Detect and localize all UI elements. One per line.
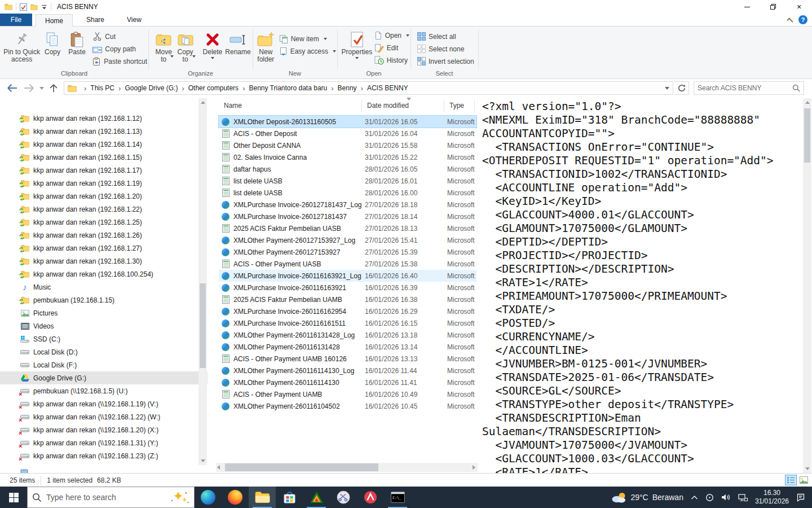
file-row[interactable]: 02. Sales Invoice Canna 31/01/2026 15.22… — [219, 151, 476, 163]
sidebar-item[interactable]: Local Disk (F:) — [0, 358, 208, 371]
up-button[interactable] — [49, 84, 58, 93]
taskbar-app-app-pale[interactable] — [330, 487, 357, 508]
search-box[interactable] — [694, 81, 804, 95]
back-button[interactable] — [7, 83, 18, 93]
breadcrumb-item[interactable]: Benny Triantoro data baru — [249, 84, 327, 92]
large-icons-view-button[interactable] — [798, 475, 810, 485]
taskbar-app-app-red[interactable] — [357, 487, 384, 508]
breadcrumb-item[interactable]: Other computers — [188, 84, 239, 92]
refresh-button[interactable] — [674, 81, 689, 95]
paste-shortcut-button[interactable]: Paste shortcut — [92, 56, 147, 66]
start-button[interactable] — [0, 487, 27, 508]
show-hidden-icons-icon[interactable] — [691, 495, 698, 500]
file-row[interactable]: 2025 ACIS Faktur Pembelian UASB 27/01/20… — [219, 222, 476, 234]
recent-locations-icon[interactable] — [39, 87, 44, 90]
copy-to-button[interactable]: Copy to — [174, 29, 196, 59]
scroll-down-arrow[interactable] — [803, 465, 811, 473]
sidebar-item-partial[interactable] — [20, 469, 28, 473]
sidebar-item[interactable]: × kkp anwar dan rekan (\\192.168.1.20) (… — [0, 423, 208, 436]
properties-quick-icon[interactable] — [20, 3, 27, 11]
tab-home[interactable]: Home — [36, 14, 73, 27]
file-row[interactable]: XMLPurchase Invoice-260116163921 16/01/2… — [219, 282, 476, 294]
sidebar-item[interactable]: kkp anwar dan rekan (192.168.1.25) — [0, 216, 208, 229]
copy-path-button[interactable]: Copy path — [92, 44, 147, 54]
help-icon[interactable]: ? — [798, 15, 807, 24]
sidebar-item[interactable]: kkp anwar dan rekan (192.168.1.15) — [0, 151, 208, 164]
file-row[interactable]: XMLOther Payment-260116114130_Log 16/01/… — [219, 365, 476, 376]
sidebar-item[interactable]: kkp anwar dan rekan (192.168.1.13) — [0, 125, 208, 138]
address-bar[interactable]: › This PC › Google Drive (G:) › Other co… — [64, 81, 673, 95]
customize-toolbar-icon[interactable] — [41, 5, 47, 10]
new-folder-quick-icon[interactable] — [30, 4, 38, 10]
restore-button[interactable] — [760, 0, 786, 14]
taskbar-app-edge[interactable] — [195, 487, 222, 508]
cut-button[interactable]: Cut — [92, 32, 147, 41]
sidebar-item[interactable]: × pembukuan (\\192.168.1.5) (U:) — [0, 384, 208, 397]
file-row[interactable]: XMLOther Payment-260127153927_Log 27/01/… — [219, 234, 476, 246]
file-row[interactable]: list delete UASB 28/01/2026 16.01 Micros… — [219, 175, 476, 187]
sidebar-item[interactable]: kkp anwar dan rekan (192.168.1.12) — [0, 112, 208, 125]
taskbar-app-terminal[interactable]: C:\_ — [384, 487, 411, 508]
file-row[interactable]: ACIS - Other Deposit 31/01/2026 16.04 Mi… — [219, 128, 476, 139]
column-header-date-modified[interactable]: Date modified — [367, 102, 409, 110]
column-header-type[interactable]: Type — [449, 102, 464, 110]
file-row[interactable]: daftar hapus 28/01/2026 16.05 Microsoft — [219, 163, 476, 175]
tab-view[interactable]: View — [118, 14, 151, 26]
sidebar-item[interactable]: kkp anwar dan rekan (192.168.1.17) — [0, 164, 208, 177]
tab-share[interactable]: Share — [77, 14, 113, 26]
breadcrumb-item[interactable]: Google Drive (G:) — [125, 84, 178, 92]
sidebar-item[interactable]: Google Drive (G:) — [0, 371, 208, 384]
file-row[interactable]: list delete UASB 28/01/2026 16.00 Micros… — [219, 187, 476, 199]
taskbar-search[interactable] — [27, 487, 195, 508]
sidebar-item[interactable]: kkp anwar dan rekan (192.168.1.20) — [0, 190, 208, 203]
search-highlights-icon[interactable] — [169, 491, 189, 504]
collapse-ribbon-icon[interactable] — [787, 17, 793, 24]
rename-button[interactable]: Rename — [224, 29, 251, 59]
file-row[interactable]: XMLOther Payment-260116131428_Log 16/01/… — [219, 329, 476, 341]
tray-app-icon[interactable] — [705, 493, 714, 502]
file-row[interactable]: XMLOther Payment-260127153927 27/01/2026… — [219, 246, 476, 258]
column-header-name[interactable]: Name — [224, 102, 242, 110]
taskbar-app-app-green[interactable] — [303, 487, 330, 508]
file-row[interactable]: XMLPurchase Invoice-260116161511 16/01/2… — [219, 317, 476, 329]
sidebar-item[interactable]: Pictures — [0, 306, 208, 319]
sidebar-item[interactable]: kkp anwar dan rekan (192.168.1.19) — [0, 177, 208, 190]
scrollbar-thumb[interactable] — [804, 108, 810, 163]
taskbar-search-input[interactable] — [46, 493, 165, 502]
volume-icon[interactable] — [721, 493, 731, 501]
file-row[interactable]: XMLPurchase Invoice-260127181437 27/01/2… — [219, 211, 476, 222]
sidebar-item[interactable]: kkp anwar dan rekan (192.168.1.26) — [0, 229, 208, 242]
file-row[interactable]: XMLPurchase Invoice-260116162954 16/01/2… — [219, 305, 476, 317]
scrollbar-thumb[interactable] — [225, 463, 378, 471]
file-row[interactable]: XMLPurchase Invoice-260127181437_Log 27/… — [219, 199, 476, 211]
sidebar-item[interactable]: kkp anwar dan rekan (192.168.100.254) — [0, 268, 208, 281]
scroll-right-arrow[interactable] — [473, 465, 475, 470]
delete-button[interactable]: Delete — [201, 29, 224, 59]
scroll-up-arrow[interactable] — [803, 98, 811, 107]
sidebar-item[interactable]: kkp anwar dan rekan (192.168.1.30) — [0, 255, 208, 268]
action-center-icon[interactable] — [796, 493, 805, 502]
forward-button[interactable] — [23, 83, 34, 93]
new-folder-button[interactable]: New folder — [256, 29, 276, 63]
file-row[interactable]: XMLOther Payment-260116114130 16/01/2026… — [219, 376, 476, 388]
search-input[interactable] — [698, 84, 792, 92]
minimize-button[interactable] — [734, 0, 760, 14]
sidebar-item[interactable]: Local Disk (D:) — [0, 345, 208, 358]
sidebar-scrollbar[interactable] — [198, 98, 207, 465]
file-row[interactable]: ACIS - Other Payment UASB 27/01/2026 15.… — [219, 258, 476, 270]
invert-selection-button[interactable]: Invert selection — [417, 56, 478, 66]
sidebar-item[interactable]: Videos — [0, 319, 208, 332]
history-button[interactable]: History — [374, 55, 409, 65]
file-row[interactable]: XMLOther Payment-260116104502 16/01/2026… — [219, 400, 476, 412]
select-none-button[interactable]: Select none — [417, 44, 478, 54]
properties-button[interactable]: Properties — [341, 29, 373, 65]
network-icon[interactable] — [738, 493, 748, 502]
preview-scrollbar[interactable] — [803, 98, 811, 473]
taskbar-app-explorer[interactable] — [249, 487, 276, 508]
address-dropdown-icon[interactable] — [665, 87, 669, 90]
sidebar-item[interactable]: kkp anwar dan rekan (192.168.1.27) — [0, 242, 208, 255]
file-row[interactable]: Other Deposit CANNA 31/01/2026 15.58 Mic… — [219, 139, 476, 151]
file-row[interactable]: ACIS - Other Payment UAMB 160126 16/01/2… — [219, 353, 476, 365]
scroll-left-arrow[interactable] — [217, 465, 220, 470]
open-button[interactable]: Open — [374, 30, 409, 40]
